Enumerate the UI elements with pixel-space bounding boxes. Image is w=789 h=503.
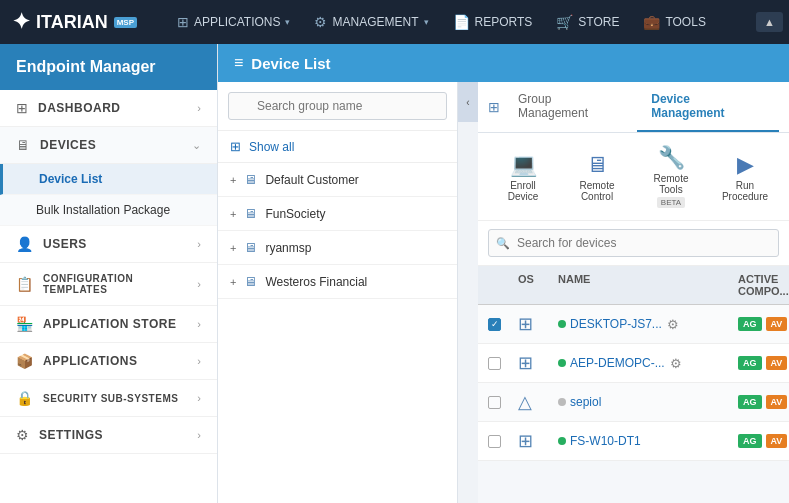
row-checkbox[interactable] (488, 357, 518, 370)
checkbox-checked-icon: ✓ (488, 318, 501, 331)
show-all-button[interactable]: ⊞ Show all (218, 131, 457, 163)
run-procedure-label: Run Procedure (720, 180, 770, 202)
nav-tools[interactable]: 💼 TOOLS (633, 8, 715, 36)
tab-group-management[interactable]: Group Management (504, 82, 637, 132)
folder-icon: 🖥 (244, 206, 257, 221)
nav-items: ⊞ APPLICATIONS ▾ ⚙ MANAGEMENT ▾ 📄 REPORT… (167, 8, 716, 36)
applications-arrow-icon: ▾ (285, 17, 290, 27)
group-name: FunSociety (265, 207, 325, 221)
nav-applications[interactable]: ⊞ APPLICATIONS ▾ (167, 8, 300, 36)
list-item[interactable]: + 🖥 Default Customer (218, 163, 457, 197)
content-header-title: Device List (251, 55, 330, 72)
device-name[interactable]: sepiol (570, 395, 601, 409)
os-icon: △ (518, 391, 558, 413)
col-checkbox (488, 273, 518, 297)
tag-av: AV (766, 356, 788, 370)
nav-management-label: MANAGEMENT (332, 15, 418, 29)
sidebar-subitem-bulk-install[interactable]: Bulk Installation Package (0, 195, 217, 226)
store-icon: 🛒 (556, 14, 573, 30)
list-item[interactable]: + 🖥 Westeros Financial (218, 265, 457, 299)
sidebar-item-config[interactable]: 📋 CONFIGURATION TEMPLATES › (0, 263, 217, 306)
run-procedure-button[interactable]: ▶ Run Procedure (710, 148, 780, 206)
sidebar-appstore-label: APPLICATION STORE (43, 317, 176, 331)
logo-text: ITARIAN (36, 12, 108, 33)
more-button[interactable]: ⋯ Ma... (784, 153, 789, 200)
management-icon: ⚙ (314, 14, 327, 30)
device-gear-icon[interactable]: ⚙ (670, 356, 682, 371)
nav-reports[interactable]: 📄 REPORTS (443, 8, 543, 36)
remote-tools-icon: 🔧 (658, 145, 685, 171)
sidebar-subitem-device-list[interactable]: Device List (0, 164, 217, 195)
device-gear-icon[interactable]: ⚙ (667, 317, 679, 332)
row-checkbox[interactable] (488, 435, 518, 448)
devices-icon: 🖥 (16, 137, 30, 153)
management-arrow-icon: ▾ (424, 17, 429, 27)
device-name[interactable]: AEP-DEMOPC-... (570, 356, 665, 370)
enroll-device-label: Enroll Device (498, 180, 548, 202)
sidebar: Endpoint Manager ⊞ DASHBOARD › 🖥 DEVICES… (0, 44, 218, 503)
device-search-input[interactable] (488, 229, 779, 257)
device-table: OS NAME ACTIVE COMPO... ✓ ⊞ DESKTOP-JS7.… (478, 266, 789, 503)
row-checkbox[interactable]: ✓ (488, 318, 518, 331)
config-icon: 📋 (16, 276, 33, 292)
sidebar-item-security[interactable]: 🔒 SECURITY SUB-SYSTEMS › (0, 380, 217, 417)
device-toolbar: 💻 Enroll Device 🖥 Remote Control 🔧 Remot… (478, 133, 789, 221)
device-tags: AG AV FW C (738, 317, 789, 331)
device-search-wrapper (488, 229, 779, 257)
nav-collapse-button[interactable]: ▲ (756, 12, 783, 32)
remote-tools-beta-badge: BETA (657, 197, 685, 208)
sidebar-settings-label: SETTINGS (39, 428, 103, 442)
content-header-icon: ≡ (234, 54, 243, 72)
device-name[interactable]: DESKTOP-JS7... (570, 317, 662, 331)
nav-management[interactable]: ⚙ MANAGEMENT ▾ (304, 8, 438, 36)
group-panel: ⊞ Show all + 🖥 Default Customer + 🖥 FunS… (218, 82, 458, 503)
content-header: ≡ Device List (218, 44, 789, 82)
panel-collapse-toggle[interactable]: ‹ (458, 82, 478, 122)
status-offline-dot (558, 398, 566, 406)
device-name[interactable]: FS-W10-DT1 (570, 434, 641, 448)
panels: ⊞ Show all + 🖥 Default Customer + 🖥 FunS… (218, 82, 789, 503)
table-row: ⊞ AEP-DEMOPC-... ⚙ AG AV FW C (478, 344, 789, 383)
device-search-area (478, 221, 789, 266)
sidebar-devices-submenu: Device List Bulk Installation Package (0, 164, 217, 226)
table-row: ✓ ⊞ DESKTOP-JS7... ⚙ AG AV FW C (478, 305, 789, 344)
list-item[interactable]: + 🖥 ryanmsp (218, 231, 457, 265)
tools-icon: 💼 (643, 14, 660, 30)
tag-av: AV (766, 434, 788, 448)
logo: ✦ ITARIAN MSP (12, 9, 137, 35)
device-tags: AG AV FW (738, 434, 789, 448)
group-search-input[interactable] (228, 92, 447, 120)
col-active: ACTIVE COMPO... (738, 273, 789, 297)
content-area: ≡ Device List ⊞ Show all + 🖥 (218, 44, 789, 503)
sidebar-header: Endpoint Manager (0, 44, 217, 90)
sidebar-item-dashboard[interactable]: ⊞ DASHBOARD › (0, 90, 217, 127)
reports-icon: 📄 (453, 14, 470, 30)
expand-icon: + (230, 174, 236, 186)
list-item[interactable]: + 🖥 FunSociety (218, 197, 457, 231)
tab-device-management[interactable]: Device Management (637, 82, 779, 132)
settings-icon: ⚙ (16, 427, 29, 443)
device-panel: ⊞ Group Management Device Management 💻 E… (478, 82, 789, 503)
remote-control-button[interactable]: 🖥 Remote Control (562, 148, 632, 206)
col-os: OS (518, 273, 558, 297)
sidebar-item-appstore[interactable]: 🏪 APPLICATION STORE › (0, 306, 217, 343)
sidebar-item-applications[interactable]: 📦 APPLICATIONS › (0, 343, 217, 380)
dashboard-icon: ⊞ (16, 100, 28, 116)
row-checkbox[interactable] (488, 396, 518, 409)
enroll-device-button[interactable]: 💻 Enroll Device (488, 148, 558, 206)
remote-tools-button[interactable]: 🔧 Remote Tools BETA (636, 141, 706, 212)
nav-store[interactable]: 🛒 STORE (546, 8, 629, 36)
status-online-dot (558, 320, 566, 328)
applications-sidebar-icon: 📦 (16, 353, 33, 369)
tag-av: AV (766, 395, 788, 409)
group-name: Default Customer (265, 173, 358, 187)
sidebar-item-users[interactable]: 👤 USERS › (0, 226, 217, 263)
sidebar-item-devices[interactable]: 🖥 DEVICES ⌄ (0, 127, 217, 164)
os-icon: ⊞ (518, 352, 558, 374)
dashboard-arrow-icon: › (197, 102, 201, 114)
folder-icon: 🖥 (244, 240, 257, 255)
sidebar-item-settings[interactable]: ⚙ SETTINGS › (0, 417, 217, 454)
expand-icon: + (230, 242, 236, 254)
remote-control-label: Remote Control (572, 180, 622, 202)
sidebar-dashboard-label: DASHBOARD (38, 101, 121, 115)
